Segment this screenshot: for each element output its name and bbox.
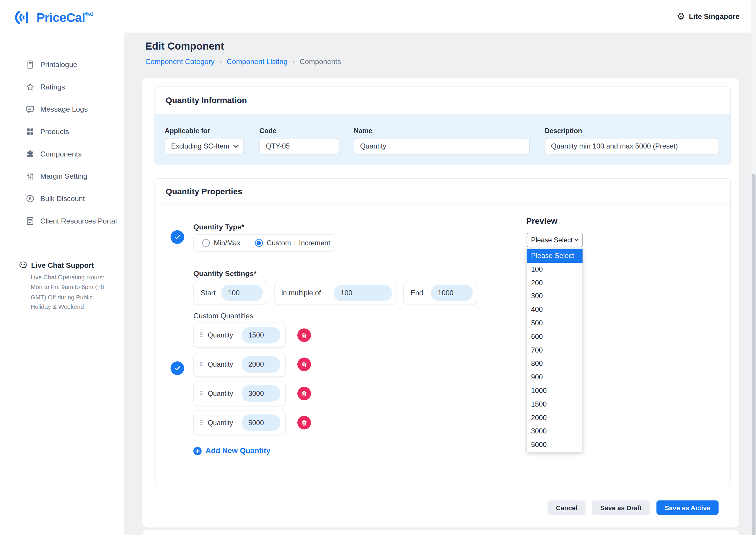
- main-content: Edit Component Component Category › Comp…: [124, 33, 756, 535]
- breadcrumb-current: Components: [300, 57, 341, 66]
- chevron-down-icon: [233, 144, 238, 148]
- delete-quantity-button[interactable]: [297, 357, 311, 371]
- app-root: PriceCal®v3 Printalogue Ratings: [0, 0, 756, 535]
- completed-check-icon: [171, 361, 184, 375]
- sidebar-item-label: Products: [41, 127, 69, 136]
- sidebar-item-components[interactable]: Components: [0, 143, 124, 165]
- applicable-for-select[interactable]: Excluding SC-Item: [165, 138, 244, 155]
- quantity-row-label: Quantity: [208, 331, 233, 339]
- scrollbar-thumb[interactable]: [752, 174, 755, 535]
- preview-option[interactable]: 200: [527, 276, 583, 290]
- delete-quantity-button[interactable]: [297, 328, 311, 342]
- preview-select[interactable]: Please Select: [527, 233, 583, 247]
- preview-option[interactable]: 1500: [527, 398, 583, 411]
- end-setting: End 1000: [404, 281, 477, 305]
- sidebar-item-label: Printalogue: [41, 60, 77, 70]
- preview-option[interactable]: 900: [527, 371, 583, 384]
- quantity-row-label: Quantity: [208, 419, 233, 426]
- quantity-value-input[interactable]: 5000: [241, 414, 281, 431]
- margin-setting-icon: [25, 172, 35, 181]
- cancel-button[interactable]: Cancel: [547, 500, 586, 515]
- sidebar: PriceCal®v3 Printalogue Ratings: [0, 0, 124, 535]
- code-input[interactable]: [260, 138, 339, 155]
- pricecal-logo-icon: [12, 7, 33, 28]
- quantity-properties-title: Quantity Properties: [166, 187, 242, 197]
- preview-option[interactable]: 400: [527, 303, 583, 317]
- save-as-active-button[interactable]: Save as Active: [657, 500, 719, 515]
- chevron-down-icon: [574, 239, 579, 241]
- chat-bubble-icon: [18, 260, 28, 269]
- drag-handle-icon[interactable]: ⠿: [199, 361, 204, 367]
- region-label: Lite Singapore: [689, 12, 740, 20]
- custom-quantity-row: ⠿ Quantity 2000: [193, 352, 311, 377]
- app-logo[interactable]: PriceCal®v3: [12, 7, 93, 28]
- drag-handle-icon[interactable]: ⠿: [199, 332, 204, 338]
- preview-option[interactable]: 300: [527, 290, 583, 303]
- region-switcher[interactable]: ⚙ Lite Singapore: [677, 0, 740, 33]
- name-input[interactable]: [354, 138, 530, 155]
- preview-option[interactable]: Please Select: [527, 249, 583, 263]
- quantity-type-label: Quantity Type*: [193, 223, 244, 231]
- preview-option[interactable]: 700: [527, 344, 583, 357]
- sidebar-item-label: Client Resources Portal: [41, 216, 117, 226]
- components-icon: [25, 149, 35, 159]
- sidebar-item-bulk-discount[interactable]: $ Bulk Discount: [0, 187, 124, 210]
- drag-handle-icon[interactable]: ⠿: [199, 420, 204, 426]
- sidebar-item-printalogue[interactable]: Printalogue: [0, 53, 124, 76]
- preview-option[interactable]: 3000: [527, 425, 583, 438]
- delete-quantity-button[interactable]: [297, 416, 311, 429]
- quantity-information-fields: Applicable for Excluding SC-Item Code: [155, 114, 730, 165]
- save-as-draft-button[interactable]: Save as Draft: [592, 500, 650, 515]
- radio-custom-increment[interactable]: Custom + Increment: [255, 239, 330, 246]
- description-input[interactable]: [545, 138, 719, 155]
- live-chat-hours: Live Chat Operating Hours: Mon to Fri: 9…: [31, 272, 112, 312]
- next-section-panel: [142, 530, 739, 535]
- add-new-quantity-label: Add New Quantity: [206, 446, 270, 455]
- sidebar-item-client-resources-portal[interactable]: Client Resources Portal: [0, 210, 124, 232]
- quantity-value-input[interactable]: 1500: [241, 327, 281, 343]
- quantity-row-label: Quantity: [208, 360, 233, 368]
- completed-check-icon: [171, 230, 184, 244]
- end-label: End: [410, 289, 423, 297]
- quantity-settings-label: Quantity Settings*: [193, 269, 257, 277]
- sidebar-item-message-logs[interactable]: Message Logs: [0, 98, 124, 121]
- breadcrumb-component-category[interactable]: Component Category: [145, 57, 215, 66]
- quantity-value-input[interactable]: 3000: [241, 385, 281, 402]
- preview-option[interactable]: 500: [527, 317, 583, 330]
- radio-minmax[interactable]: Min/Max: [202, 239, 240, 246]
- add-new-quantity-button[interactable]: Add New Quantity: [193, 446, 270, 455]
- preview-option[interactable]: 800: [527, 357, 583, 371]
- quantity-information-title: Quantity Information: [166, 95, 247, 105]
- delete-quantity-button[interactable]: [297, 387, 311, 400]
- products-icon: [25, 127, 35, 136]
- sidebar-item-products[interactable]: Products: [0, 121, 124, 143]
- preview-option[interactable]: 5000: [527, 438, 583, 452]
- preview-option[interactable]: 100: [527, 263, 583, 276]
- logo-text: PriceCal®v3: [36, 10, 93, 25]
- radio-minmax-label: Min/Max: [214, 239, 240, 246]
- client-resources-icon: [25, 216, 35, 226]
- preview-title: Preview: [526, 217, 558, 226]
- start-input[interactable]: 100: [221, 285, 263, 301]
- live-chat-title: Live Chat Support: [31, 261, 94, 269]
- description-label: Description: [545, 127, 719, 134]
- multiple-input[interactable]: 100: [334, 285, 392, 301]
- drag-handle-icon[interactable]: ⠿: [199, 390, 204, 397]
- sidebar-item-ratings[interactable]: Ratings: [0, 76, 124, 98]
- applicable-for-value: Excluding SC-Item: [171, 142, 230, 150]
- start-setting: Start 100: [193, 281, 267, 305]
- radio-custom-label: Custom + Increment: [267, 239, 330, 246]
- sidebar-item-margin-setting[interactable]: Margin Setting: [0, 165, 124, 187]
- preview-options-list: Please Select 100 200 300 400 500 600 7: [527, 249, 583, 452]
- end-input[interactable]: 1000: [431, 285, 472, 301]
- sidebar-nav: Printalogue Ratings Message Logs: [0, 53, 124, 232]
- breadcrumb-component-listing[interactable]: Component Listing: [227, 57, 288, 66]
- sidebar-item-label: Bulk Discount: [41, 194, 85, 204]
- preview-option[interactable]: 1000: [527, 384, 583, 398]
- quantity-value-input[interactable]: 2000: [241, 356, 281, 373]
- edit-component-panel: Quantity Information Applicable for Excl…: [142, 78, 739, 528]
- applicable-for-label: Applicable for: [165, 127, 244, 134]
- preview-option[interactable]: 600: [527, 330, 583, 344]
- preview-option[interactable]: 2000: [527, 411, 583, 425]
- live-chat-support: Live Chat Support Live Chat Operating Ho…: [18, 260, 114, 312]
